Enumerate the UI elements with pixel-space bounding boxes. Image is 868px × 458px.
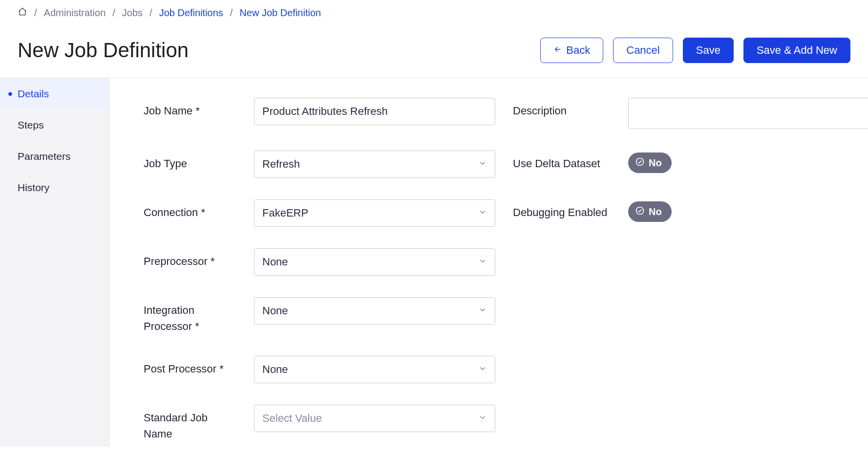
job-name-label: Job Name [144, 98, 236, 119]
save-add-new-button-label: Save & Add New [757, 44, 837, 57]
breadcrumb-separator: / [149, 7, 152, 19]
cancel-button-label: Cancel [626, 44, 659, 57]
preprocessor-value: None [262, 256, 288, 268]
chevron-down-icon [478, 256, 487, 268]
chevron-down-icon [478, 158, 487, 171]
post-processor-value: None [262, 363, 288, 376]
preprocessor-label: Preprocessor [144, 248, 236, 269]
job-type-select[interactable]: Refresh [254, 151, 495, 178]
integration-processor-value: None [262, 305, 288, 317]
integration-processor-select[interactable]: None [254, 297, 495, 325]
breadcrumb-separator: / [230, 7, 233, 19]
description-input[interactable] [628, 98, 868, 129]
back-button-label: Back [566, 44, 590, 57]
debugging-enabled-label: Debugging Enabled [513, 199, 611, 220]
sidebar-item-history[interactable]: History [0, 172, 109, 203]
breadcrumb-job-definitions[interactable]: Job Definitions [159, 7, 223, 19]
breadcrumb-administration[interactable]: Administration [44, 7, 106, 19]
debugging-enabled-toggle[interactable]: No [628, 201, 672, 222]
standard-job-name-placeholder: Select Value [262, 412, 322, 425]
breadcrumb-separator: / [34, 7, 37, 19]
post-processor-select[interactable]: None [254, 356, 495, 383]
use-delta-dataset-toggle[interactable]: No [628, 153, 672, 173]
svg-point-0 [636, 158, 644, 165]
breadcrumb-jobs[interactable]: Jobs [122, 7, 143, 19]
breadcrumb: / Administration / Jobs / Job Definition… [0, 0, 868, 24]
standard-job-name-select[interactable]: Select Value [254, 405, 495, 432]
page-header: New Job Definition Back Cancel Save Save… [0, 24, 868, 78]
use-delta-dataset-label: Use Delta Dataset [513, 151, 611, 172]
check-circle-icon [635, 206, 645, 218]
connection-select[interactable]: FakeERP [254, 199, 495, 227]
use-delta-dataset-value: No [649, 157, 662, 169]
svg-point-1 [636, 207, 644, 214]
standard-job-name-label: Standard Job Name [144, 405, 236, 442]
sidebar-item-details[interactable]: Details [0, 78, 109, 109]
home-icon[interactable] [18, 7, 27, 19]
breadcrumb-current: New Job Definition [239, 7, 321, 19]
page-title: New Job Definition [18, 39, 540, 62]
chevron-down-icon [478, 412, 487, 425]
content-area: Details Steps Parameters History Job Nam… [0, 78, 868, 447]
sidebar-item-parameters[interactable]: Parameters [0, 141, 109, 172]
description-label: Description [513, 98, 611, 119]
connection-label: Connection [144, 199, 236, 220]
job-type-value: Refresh [262, 158, 300, 171]
chevron-down-icon [478, 363, 487, 376]
back-button[interactable]: Back [540, 38, 603, 63]
preprocessor-select[interactable]: None [254, 248, 495, 276]
integration-processor-label: Integration Processor [144, 297, 236, 334]
cancel-button[interactable]: Cancel [613, 38, 673, 63]
job-type-label: Job Type [144, 151, 236, 172]
check-circle-icon [635, 157, 645, 169]
save-button-label: Save [696, 44, 720, 57]
header-actions: Back Cancel Save Save & Add New [540, 38, 850, 63]
save-add-new-button[interactable]: Save & Add New [743, 38, 850, 63]
breadcrumb-separator: / [112, 7, 115, 19]
job-name-input-wrapper [254, 98, 495, 125]
sidebar: Details Steps Parameters History [0, 78, 109, 447]
connection-value: FakeERP [262, 207, 308, 219]
job-name-input[interactable] [262, 105, 487, 118]
debugging-enabled-value: No [649, 206, 662, 218]
chevron-down-icon [478, 305, 487, 317]
post-processor-label: Post Processor [144, 356, 236, 377]
form-panel: Job Name Description Job Type Refresh Us… [109, 78, 868, 447]
sidebar-item-steps[interactable]: Steps [0, 109, 109, 141]
arrow-left-icon [553, 44, 562, 57]
chevron-down-icon [478, 207, 487, 219]
save-button[interactable]: Save [683, 38, 734, 63]
